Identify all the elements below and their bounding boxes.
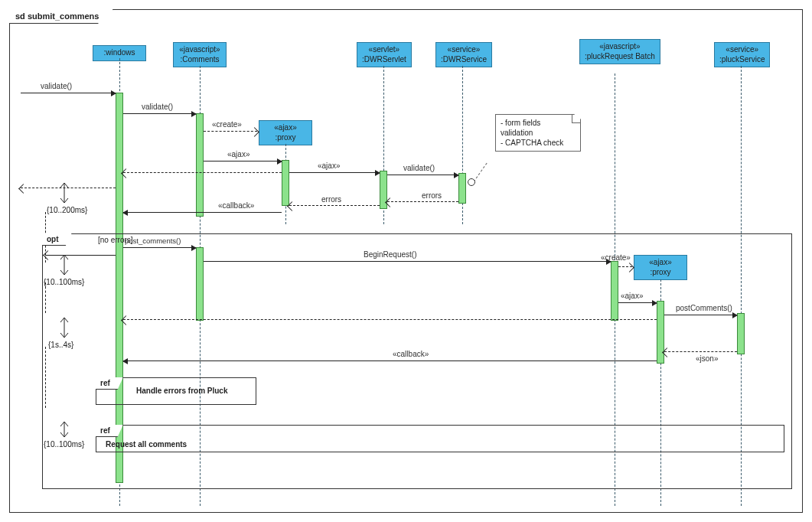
msg-ajax-return: [123, 172, 282, 173]
stereotype-label: «service»: [719, 45, 765, 55]
msg-post: [123, 247, 196, 248]
label-validate-in: validate(): [39, 82, 73, 90]
label-errors1: errors: [420, 191, 443, 200]
activation-dwrservice: [458, 173, 466, 204]
participant-proxy1: «ajax» :proxy: [259, 120, 312, 145]
msg-ajax3: [618, 302, 657, 303]
label-ajax3: «ajax»: [619, 292, 644, 300]
fragment-tag-opt: opt: [42, 233, 72, 246]
msg-validate-in: [21, 93, 116, 93]
activation-comments-1: [196, 113, 204, 217]
label-post: post_comments(): [123, 237, 182, 245]
label-postc: postComments(): [674, 304, 734, 312]
participant-servlet: «servlet» :DWRServlet: [357, 42, 412, 67]
participant-label: :pluckService: [719, 55, 765, 65]
note-validation: - form fields validation - CAPTCHA check: [495, 114, 581, 152]
fragment-ref1: ref Handle errors from Pluck: [96, 377, 256, 405]
stereotype-label: «service»: [441, 45, 487, 55]
stereotype-label: «servlet»: [362, 45, 406, 55]
note-connector: [474, 163, 488, 182]
note-line: - CAPTCHA check: [501, 138, 576, 148]
label-callback2: «callback»: [391, 350, 430, 358]
msg-ajax3-return: [123, 319, 657, 320]
participant-label: :DWRServlet: [362, 55, 406, 65]
msg-postcomments: [664, 315, 737, 315]
msg-begin: [204, 261, 611, 262]
participant-comments: «javascript» :Comments: [173, 42, 227, 67]
msg-create2: [618, 266, 632, 267]
ref2-text: Request all comments: [106, 440, 187, 449]
duration-arrow-3: [56, 315, 73, 341]
constraint-3: {1s..4s}: [48, 341, 73, 349]
label-errors2: errors: [320, 195, 343, 204]
msg-errors1: [387, 201, 458, 202]
label-json: «json»: [694, 354, 719, 363]
stereotype-label: «javascript»: [585, 42, 655, 52]
duration-arrow-2: [56, 252, 73, 278]
ref1-text: Handle errors from Pluck: [136, 387, 227, 395]
participant-batch: «javascript» :pluckRequest Batch: [579, 39, 660, 64]
stereotype-label: «javascript»: [178, 45, 221, 55]
label-ajax2: «ajax»: [316, 161, 341, 170]
participant-label: :Comments: [178, 55, 221, 65]
constraint-1: {10..200ms}: [47, 206, 87, 214]
activation-proxy1: [282, 160, 289, 206]
label-create1: «create»: [210, 120, 243, 129]
label-begin: BeginRequest(): [362, 250, 418, 259]
duration-arrow-1: [56, 180, 73, 206]
label-create2: «create»: [599, 253, 632, 262]
msg-validate-js: [123, 113, 196, 114]
label-ajax1: «ajax»: [226, 150, 251, 158]
msg-callback2: [123, 361, 657, 361]
participant-label: :windows: [98, 48, 141, 58]
note-line: validation: [501, 128, 576, 138]
msg-ajax2: [289, 172, 380, 173]
participant-pluckservice: «service» :pluckService: [714, 42, 770, 67]
fragment-tag-ref: ref: [96, 377, 123, 390]
participant-label: :proxy: [264, 133, 307, 143]
label-callback1: «callback»: [217, 201, 256, 210]
participant-label: :pluckRequest Batch: [585, 52, 655, 62]
note-line: - form fields: [501, 118, 576, 128]
participant-dwrservice: «service» :DWRService: [435, 42, 492, 67]
msg-callback1: [123, 212, 282, 213]
sequence-diagram-frame: sd submit_commens :windows «javascript» …: [9, 9, 803, 513]
label-validate-srv: validate(): [402, 164, 436, 172]
msg-create-proxy1: [204, 131, 257, 132]
constraint-2: {10..100ms}: [44, 278, 84, 286]
frame-title: sd submit_commens: [9, 9, 113, 24]
msg-ajax1: [204, 161, 282, 161]
msg-json: [664, 351, 737, 352]
msg-validate-srv: [387, 175, 458, 175]
stereotype-label: «ajax»: [264, 123, 307, 133]
note-anchor-circle: [468, 178, 475, 186]
duration-dash-2: [45, 282, 46, 313]
constraint-4: {10..100ms}: [44, 440, 84, 449]
duration-arrow-4: [56, 419, 73, 440]
fragment-tag-ref2: ref: [96, 425, 123, 437]
msg-errors2: [289, 205, 380, 206]
duration-dash-3: [45, 347, 46, 408]
label-validate-js: validate(): [140, 103, 174, 111]
participant-label: :DWRService: [441, 55, 487, 65]
fragment-ref2: ref Request all comments: [96, 425, 784, 452]
